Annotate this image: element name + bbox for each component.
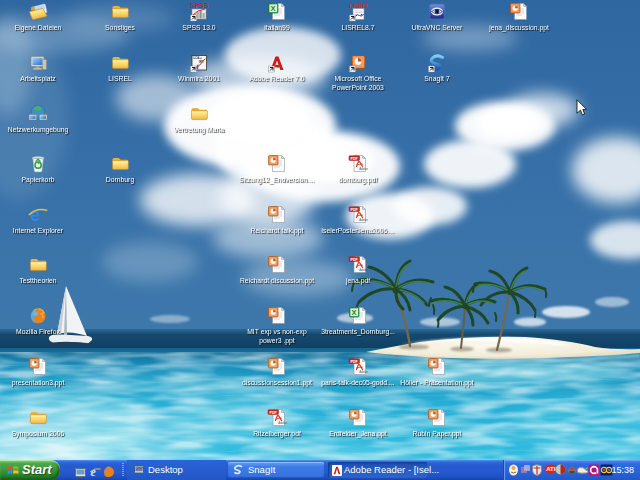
svg-text:Adobe: Adobe: [359, 218, 368, 222]
svg-text:e: e: [30, 205, 40, 225]
svg-text:e: e: [91, 466, 97, 478]
svg-text:Adobe: Adobe: [278, 421, 287, 425]
svg-text:PDF: PDF: [270, 411, 278, 415]
svg-text:X: X: [351, 308, 356, 317]
svg-text:Adobe: Adobe: [359, 167, 368, 171]
svg-text:PDF: PDF: [351, 208, 359, 212]
svg-text:PDF: PDF: [351, 360, 359, 364]
svg-text:Adobe: Adobe: [359, 268, 368, 272]
svg-text:Adobe: Adobe: [359, 370, 368, 374]
svg-text:PDF: PDF: [351, 258, 359, 262]
svg-text:X: X: [270, 4, 275, 13]
svg-text:SPSS: SPSS: [190, 2, 209, 9]
svg-text:LISREL: LISREL: [349, 3, 369, 9]
svg-text:PDF: PDF: [351, 157, 359, 161]
